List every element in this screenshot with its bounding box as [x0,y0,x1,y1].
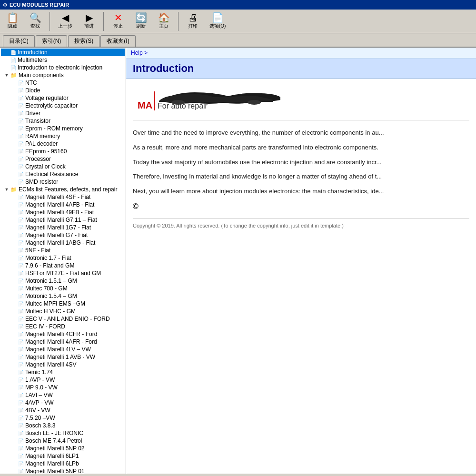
tree-item-magneti-1abg[interactable]: 📄Magneti Marelli 1ABG - Fiat [1,239,125,247]
tree-item-multec-h-vhc[interactable]: 📄Multec H VHC - GM [1,307,125,315]
tree-icon-bosch-le-jetronic: 📄 [18,431,24,436]
tree-item-magneti-49fb[interactable]: 📄Magneti Marelli 49FB - Fiat [1,208,125,216]
tree-item-magneti-4afr-ford[interactable]: 📄Magneti Marelli 4AFR - Ford [1,338,125,346]
tab-bookmarks[interactable]: 收藏夹(I) [100,35,135,47]
tree-item-magneti-6lpb[interactable]: 📄Magneti Marelli 6LPb [1,460,125,467]
tree-item-magneti-4cfr-ford[interactable]: 📄Magneti Marelli 4CFR - Ford [1,330,125,338]
tree-icon-magneti-1abg: 📄 [18,240,24,246]
tree-item-magneti-4sf[interactable]: 📄Magneti Marelli 4SF - Fiat [1,193,125,201]
tree-item-1avp-vw[interactable]: 📄1 AVP - VW [1,376,125,384]
tree-item-smd-resistor[interactable]: 📄SMD resistor [1,178,125,186]
tree-item-4avp-vw[interactable]: 📄4AVP - VW [1,399,125,407]
tree-label-750-vw: 7.5.20 –VW [25,415,55,421]
tree-item-magneti-6lp1[interactable]: 📄Magneti Marelli 6LP1 [1,452,125,460]
tree-label-eprom-rom: Eprom - ROM memory [25,125,83,132]
tree-item-bosch-me744[interactable]: 📄Bosch ME 7.4.4 Petrol [1,437,125,445]
tree-item-ntc[interactable]: 📄NTC [1,79,125,87]
tree-container: 📄Introduction📄Multimeters📄Introduction t… [0,48,126,474]
home-label: 主页 [159,23,169,30]
tree-label-magneti-5np02: Magneti Marelli 5NP 02 [25,445,85,452]
tree-item-processor[interactable]: 📄Processor [1,155,125,163]
tree-item-1avi-vw[interactable]: 📄1AVI – VW [1,391,125,399]
tree-icon-motronic-151: 📄 [18,278,24,284]
tree-item-eprom-rom[interactable]: 📄Eprom - ROM memory [1,125,125,132]
print-button[interactable]: 🖨 打印 [183,11,202,31]
home-button[interactable]: 🏠 主页 [154,11,173,31]
tree-item-magneti-g711[interactable]: 📄Magneti Marelli G7.11 – Fiat [1,216,125,224]
tree-item-magneti-1avb-vw[interactable]: 📄Magneti Marelli 1 AVB - VW [1,353,125,361]
tree-item-transistor[interactable]: 📄Transistor [1,117,125,125]
tree-item-main-components[interactable]: ▼📁Main components [1,71,125,79]
tree-item-multec-mpfi[interactable]: 📄Multec MPFI EMS –GM [1,300,125,307]
tree-item-5nf-fiat[interactable]: 📄5NF - Fiat [1,247,125,254]
tree-label-magneti-1abg: Magneti Marelli 1ABG - Fiat [25,239,95,246]
tab-index[interactable]: 索引(N) [36,35,68,47]
tree-item-magneti-4sv[interactable]: 📄Magneti Marelli 4SV [1,361,125,368]
tree-item-eeprom-95160[interactable]: 📄EEprom - 95160 [1,148,125,155]
tree-item-hsfi-mt27e[interactable]: 📄HSFl or MT27E - Fiat and GM [1,269,125,277]
tree-item-motronic-151[interactable]: 📄Motronic 1.5.1 – GM [1,277,125,285]
tree-item-ram-memory[interactable]: 📄RAM memory [1,132,125,140]
tree-item-4bv-vw[interactable]: 📄4BV - VW [1,407,125,414]
tree-label-magneti-4lv-vw: Magneti Marelli 4LV – VW [25,346,91,353]
tree-item-pal-decoder[interactable]: 📄PAL decoder [1,140,125,148]
tree-item-multimeters[interactable]: 📄Multimeters [1,56,125,64]
tree-item-multec-700[interactable]: 📄Multec 700 - GM [1,285,125,292]
copyright-symbol: © [133,202,469,211]
tree-item-750-vw[interactable]: 📄7.5.20 –VW [1,414,125,422]
tree-item-magneti-g7[interactable]: 📄Magneti Marelli G7 - Fiat [1,231,125,239]
tree-icon-multec-mpfi: 📄 [18,301,24,307]
tree-item-bosch-383[interactable]: 📄Bosch 3.8.3 [1,422,125,429]
content-area[interactable]: Help > Introduction MA For auto repair [126,48,476,474]
options-button[interactable]: 📄 选项(O) [206,11,229,31]
tree-item-motronic-154[interactable]: 📄Motronic 1.5.4 – GM [1,292,125,300]
tree-icon-1avp-vw: 📄 [18,377,24,383]
toolbar-separator-1 [50,12,50,31]
tab-toc[interactable]: 目录(C) [3,35,35,47]
tree-label-4avp-vw: 4AVP - VW [25,399,54,406]
tree-item-bosch-le-jetronic[interactable]: 📄Bosch LE - JETRONIC [1,429,125,437]
tree-item-driver[interactable]: 📄Driver [1,109,125,117]
sidebar[interactable]: 📄Introduction📄Multimeters📄Introduction t… [0,48,126,474]
tree-label-magneti-4sf: Magneti Marelli 4SF - Fiat [25,194,90,200]
tree-item-diode[interactable]: 📄Diode [1,87,125,94]
tab-search[interactable]: 搜索(S) [68,35,99,47]
tree-icon-magneti-4sf: 📄 [18,195,24,200]
tree-label-voltage-regulator: Voltage regulator [25,95,69,101]
tree-item-magneti-4afb[interactable]: 📄Magneti Marelli 4AFB - Fiat [1,201,125,208]
tree-label-796-fiat-gm: 7.9.6 - Fiat and GM [25,262,74,269]
tree-label-bosch-le-jetronic: Bosch LE - JETRONIC [25,430,83,436]
tree-item-electrolytic-capacitor[interactable]: 📄Electrolytic capacitor [1,102,125,109]
tree-item-intro-electronic-injection[interactable]: 📄Introduction to electronic injection [1,64,125,71]
tree-label-ram-memory: RAM memory [25,133,60,139]
tree-item-electrical-resistance[interactable]: 📄Electrical Resistance [1,170,125,178]
tree-item-magneti-5np02[interactable]: 📄Magneti Marelli 5NP 02 [1,445,125,452]
tree-icon-magneti-4lv-vw: 📄 [18,347,24,352]
tree-icon-electrolytic-capacitor: 📄 [18,103,24,109]
forward-button[interactable]: ▶ 前进 [79,11,99,31]
tree-item-magneti-4lv-vw[interactable]: 📄Magneti Marelli 4LV – VW [1,346,125,353]
tree-item-796-fiat-gm[interactable]: 📄7.9.6 - Fiat and GM [1,262,125,269]
tree-label-eeprom-95160: EEprom - 95160 [25,148,67,155]
tree-item-eec-iv-ford[interactable]: 📄EEC IV - FORD [1,323,125,330]
back-label: 上一步 [58,23,72,30]
back-button[interactable]: ◀ 上一步 [55,11,76,31]
refresh-button[interactable]: 🔄 刷新 [131,11,150,31]
app-title: ECU MODULES REPAIR [10,2,69,8]
hide-button[interactable]: 📋 隐藏 [3,11,22,31]
tree-item-mp90-vw[interactable]: 📄MP 9.0 - VW [1,384,125,391]
tree-item-introduction[interactable]: 📄Introduction [1,49,125,56]
tree-item-motronic-17[interactable]: 📄Motronic 1.7 - Fiat [1,254,125,262]
tree-label-main-components: Main components [19,72,64,79]
content-paragraph: Today the vast majority of automobiles u… [133,158,469,168]
tree-item-temic-174[interactable]: 📄Temic 1.74 [1,368,125,376]
stop-button[interactable]: ✕ 停止 [109,11,128,31]
tree-label-eec-v-anil: EEC V - ANIL AND ENIO - FORD [25,316,110,322]
tree-item-voltage-regulator[interactable]: 📄Voltage regulator [1,94,125,102]
tree-item-ecms-list[interactable]: ▼📁ECMs list Features, defects, and repai… [1,186,125,193]
tree-item-eec-v-anil[interactable]: 📄EEC V - ANIL AND ENIO - FORD [1,315,125,323]
tree-item-crystal-clock[interactable]: 📄Crystal or Clock [1,163,125,170]
tree-item-magneti-1g7[interactable]: 📄Magneti Marelli 1G7 - Fiat [1,224,125,231]
tree-item-magneti-5np01[interactable]: 📄Magneti Marelli 5NP 01 [1,467,125,474]
find-button[interactable]: 🔍 查找 [26,11,45,31]
